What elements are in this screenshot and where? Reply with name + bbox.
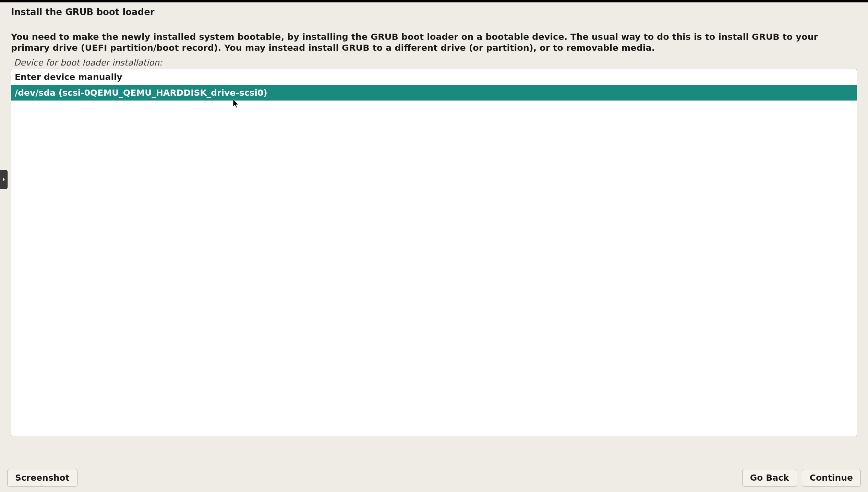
list-item-dev-sda[interactable]: /dev/sda (scsi-0QEMU_QEMU_HARDDISK_drive…	[11, 85, 857, 101]
chevron-right-icon	[2, 177, 5, 182]
list-item-manual[interactable]: Enter device manually	[11, 69, 857, 85]
sidebar-expand-tab[interactable]	[0, 170, 8, 189]
description-text: You need to make the newly installed sys…	[11, 32, 857, 54]
continue-button[interactable]: Continue	[802, 469, 861, 487]
footer-bar: Screenshot Go Back Continue	[0, 466, 868, 492]
device-listbox[interactable]: Enter device manually /dev/sda (scsi-0QE…	[11, 69, 857, 436]
installer-content: Install the GRUB boot loader You need to…	[0, 2, 868, 466]
screenshot-button[interactable]: Screenshot	[7, 469, 77, 487]
page-title: Install the GRUB boot loader	[11, 7, 857, 17]
go-back-button[interactable]: Go Back	[742, 469, 797, 487]
prompt-label: Device for boot loader installation:	[14, 58, 857, 68]
